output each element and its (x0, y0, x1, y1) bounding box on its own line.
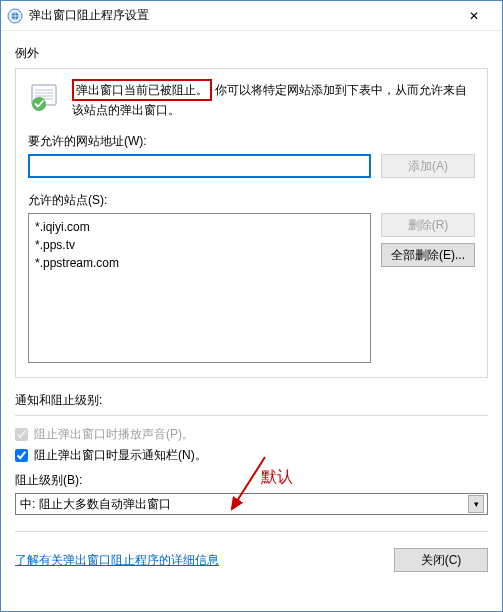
notify-heading: 通知和阻止级别: (15, 392, 488, 409)
address-input[interactable] (28, 154, 371, 178)
footer-row: 了解有关弹出窗口阻止程序的详细信息 关闭(C) (15, 548, 488, 572)
address-label: 要允许的网站地址(W): (28, 133, 475, 150)
exceptions-heading: 例外 (15, 45, 488, 62)
exceptions-group: 弹出窗口当前已被阻止。 你可以将特定网站添加到下表中，从而允许来自该站点的弹出窗… (15, 68, 488, 378)
allowed-label: 允许的站点(S): (28, 192, 475, 209)
close-icon: ✕ (469, 9, 479, 23)
separator (15, 531, 488, 532)
list-item[interactable]: *.ppstream.com (35, 254, 364, 272)
bar-row-wrap: 阻止弹出窗口时显示通知栏(N)。 默认 (15, 447, 488, 464)
list-item[interactable]: *.pps.tv (35, 236, 364, 254)
sound-label: 阻止弹出窗口时播放声音(P)。 (34, 426, 194, 443)
sites-buttons: 删除(R) 全部删除(E)... (381, 213, 475, 363)
title-bar: 弹出窗口阻止程序设置 ✕ (1, 1, 502, 31)
close-button[interactable]: 关闭(C) (394, 548, 488, 572)
info-icon (28, 79, 62, 113)
add-button[interactable]: 添加(A) (381, 154, 475, 178)
dialog-content: 例外 弹出窗口当前已被阻止。 你可以将特定网站添加到下表中，从而允许来自该站点的… (1, 31, 502, 580)
bar-label: 阻止弹出窗口时显示通知栏(N)。 (34, 447, 207, 464)
remove-button[interactable]: 删除(R) (381, 213, 475, 237)
info-highlight: 弹出窗口当前已被阻止。 (72, 79, 212, 101)
sound-checkbox-row: 阻止弹出窗口时播放声音(P)。 (15, 426, 488, 443)
annotation-text: 默认 (261, 467, 293, 488)
info-row: 弹出窗口当前已被阻止。 你可以将特定网站添加到下表中，从而允许来自该站点的弹出窗… (28, 79, 475, 119)
chevron-down-icon: ▾ (468, 495, 484, 513)
sound-checkbox[interactable] (15, 428, 28, 441)
remove-all-button[interactable]: 全部删除(E)... (381, 243, 475, 267)
learn-more-link[interactable]: 了解有关弹出窗口阻止程序的详细信息 (15, 552, 219, 569)
address-row: 添加(A) (28, 154, 475, 178)
window-close-button[interactable]: ✕ (454, 2, 494, 30)
sites-row: *.iqiyi.com *.pps.tv *.ppstream.com 删除(R… (28, 213, 475, 363)
separator (15, 415, 488, 416)
svg-point-7 (32, 97, 46, 111)
window-icon (7, 8, 23, 24)
allowed-sites-list[interactable]: *.iqiyi.com *.pps.tv *.ppstream.com (28, 213, 371, 363)
list-item[interactable]: *.iqiyi.com (35, 218, 364, 236)
window-title: 弹出窗口阻止程序设置 (29, 7, 454, 24)
info-text: 弹出窗口当前已被阻止。 你可以将特定网站添加到下表中，从而允许来自该站点的弹出窗… (72, 79, 475, 119)
bar-checkbox[interactable] (15, 449, 28, 462)
